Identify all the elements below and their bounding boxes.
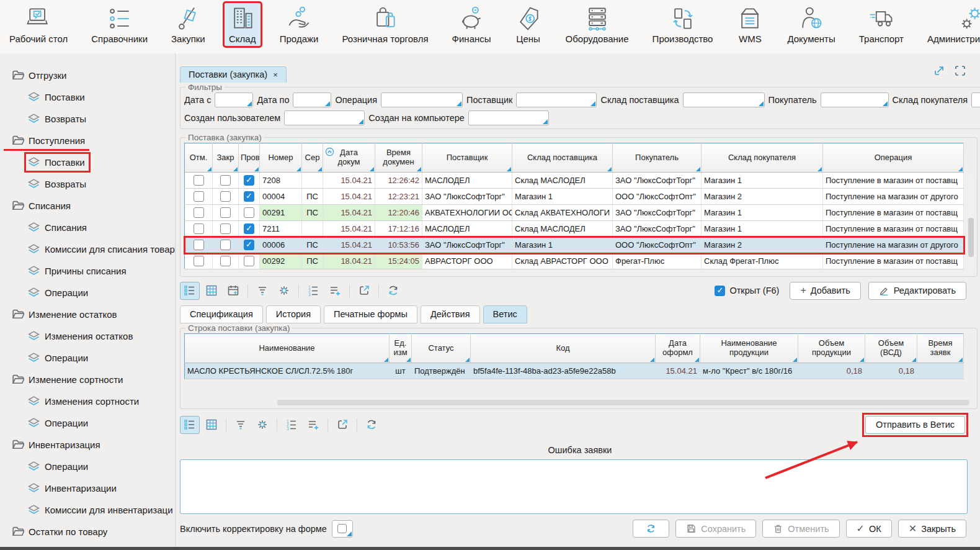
menu-item[interactable]: Цены bbox=[510, 3, 546, 46]
sidebar-item[interactable]: Комиссии для инвентаризаци bbox=[0, 499, 175, 521]
mark-checkbox[interactable] bbox=[194, 256, 204, 266]
column-header[interactable]: Объем (ВСД) bbox=[865, 334, 917, 363]
menu-item[interactable]: Рабочий стол bbox=[5, 3, 72, 46]
menu-item[interactable]: Оборудование bbox=[561, 3, 633, 46]
detail-tab[interactable]: Действия bbox=[421, 305, 480, 323]
column-header[interactable]: Сер bbox=[302, 143, 323, 173]
menu-item[interactable]: Производство bbox=[648, 3, 718, 46]
menu-item[interactable]: Документы bbox=[783, 3, 839, 46]
correction-checkbox[interactable] bbox=[337, 524, 347, 533]
horizontal-scrollbar[interactable] bbox=[277, 400, 969, 405]
sidebar-item[interactable]: Причины списания bbox=[0, 260, 175, 282]
column-header[interactable]: Номер bbox=[260, 143, 302, 173]
open-external-icon[interactable] bbox=[332, 416, 352, 434]
mark-checkbox[interactable] bbox=[194, 223, 204, 234]
fullscreen-icon[interactable] bbox=[954, 65, 966, 77]
column-header[interactable]: Наименование продукции bbox=[700, 334, 798, 363]
menu-item[interactable]: Закупки bbox=[167, 3, 210, 46]
posted-checkbox[interactable] bbox=[244, 191, 254, 202]
column-header[interactable]: Время докумен bbox=[375, 143, 422, 173]
detail-tab[interactable]: История bbox=[266, 305, 321, 323]
mark-checkbox[interactable] bbox=[194, 175, 204, 186]
sidebar-item[interactable]: Инвентаризация bbox=[0, 434, 175, 456]
filter-input[interactable] bbox=[971, 92, 980, 107]
filter-input[interactable] bbox=[293, 92, 331, 107]
column-header[interactable]: Покупатель bbox=[613, 143, 702, 173]
column-header[interactable]: Объем продукции bbox=[798, 334, 865, 363]
refresh-icon[interactable] bbox=[362, 416, 381, 434]
column-header[interactable]: Время заявк bbox=[917, 334, 964, 363]
send-to-vetis-button[interactable]: Отправить в Ветис bbox=[865, 416, 965, 434]
filter-input[interactable] bbox=[683, 92, 765, 107]
column-header[interactable]: Код bbox=[471, 334, 656, 363]
column-header[interactable]: Склад покупателя bbox=[702, 143, 823, 173]
sidebar-item[interactable]: Комиссии для списания товар bbox=[0, 238, 175, 260]
cancel-button[interactable]: Отменить bbox=[762, 520, 839, 538]
closed-checkbox[interactable] bbox=[220, 223, 231, 234]
column-header[interactable]: Ед. изм bbox=[390, 334, 412, 363]
sidebar-item[interactable]: Списания bbox=[0, 217, 175, 238]
detail-tab[interactable]: Спецификация bbox=[180, 305, 263, 323]
posted-checkbox[interactable] bbox=[244, 240, 254, 250]
grid-icon[interactable] bbox=[202, 416, 221, 434]
ok-button[interactable]: ✓ ОК bbox=[846, 520, 892, 538]
edit-button[interactable]: Редактировать bbox=[868, 282, 966, 300]
sidebar-item[interactable]: Поставки bbox=[0, 86, 175, 108]
gear-icon[interactable] bbox=[252, 416, 272, 434]
posted-checkbox[interactable] bbox=[244, 175, 254, 186]
mark-checkbox[interactable] bbox=[194, 191, 204, 202]
error-textarea[interactable] bbox=[180, 459, 968, 514]
column-header[interactable]: Отм. bbox=[185, 143, 213, 173]
close-button[interactable]: ✕ Закрыть bbox=[898, 520, 966, 538]
filter-input[interactable] bbox=[468, 110, 549, 125]
menu-item[interactable]: Справочники bbox=[87, 3, 152, 46]
detail-tab[interactable]: Ветис bbox=[483, 305, 527, 323]
sidebar-item[interactable]: Отгрузки bbox=[0, 65, 175, 86]
numbered-list-icon[interactable] bbox=[282, 416, 301, 434]
add-row-icon[interactable] bbox=[303, 416, 323, 434]
column-header[interactable]: Склад поставщика bbox=[512, 143, 613, 173]
sidebar-item[interactable]: Операции bbox=[0, 347, 175, 369]
supply-row[interactable]: 00004 ПС 15.04.21 12:23:21 ЗАО "ЛюксСофт… bbox=[185, 189, 964, 205]
filter-icon[interactable] bbox=[252, 282, 272, 300]
sidebar-item[interactable]: Возвраты bbox=[0, 108, 175, 130]
calendar-icon[interactable] bbox=[223, 282, 243, 300]
supply-row[interactable]: 00006 ПС 15.04.21 10:53:56 ЗАО "ЛюксСофт… bbox=[185, 237, 964, 253]
numbered-list-icon[interactable] bbox=[303, 282, 323, 300]
sidebar-item[interactable]: Поступления bbox=[0, 130, 175, 151]
list-view-icon[interactable] bbox=[180, 416, 200, 434]
filter-input[interactable] bbox=[821, 92, 889, 107]
filter-input[interactable] bbox=[381, 92, 463, 107]
sidebar-item[interactable]: Операции bbox=[0, 412, 175, 434]
close-icon[interactable]: × bbox=[273, 70, 278, 79]
posted-checkbox[interactable] bbox=[244, 207, 254, 218]
vertical-scrollbar[interactable] bbox=[968, 177, 974, 270]
gear-icon[interactable] bbox=[274, 282, 294, 300]
menu-item[interactable]: WMS bbox=[732, 3, 768, 46]
column-header[interactable]: Пров bbox=[239, 143, 260, 173]
column-header[interactable]: Операция bbox=[823, 143, 964, 173]
posted-checkbox[interactable] bbox=[244, 223, 254, 234]
menu-item[interactable]: Финансы bbox=[448, 3, 496, 46]
sidebar-item[interactable]: Изменение остатков bbox=[0, 304, 175, 325]
supply-line-row[interactable]: МАСЛО КРЕСТЬЯНСКОЕ СЛ/СЛ.72.5% 180г шт П… bbox=[185, 363, 964, 379]
column-header[interactable]: Поставщик bbox=[422, 143, 512, 173]
add-button[interactable]: + Добавить bbox=[790, 282, 860, 300]
open-filter-toggle[interactable]: Открыт (F6) bbox=[715, 286, 779, 296]
column-header[interactable]: Дата оформл bbox=[656, 334, 700, 363]
sidebar-item[interactable]: Изменение сортности bbox=[0, 369, 175, 390]
supply-row[interactable]: 00292 ПС 18.04.21 15:24:05 АВРАСТОРГ ООО… bbox=[185, 253, 964, 269]
sidebar-item[interactable]: Изменения сортности bbox=[0, 390, 175, 412]
menu-item[interactable]: Склад bbox=[225, 3, 261, 46]
menu-item[interactable]: Транспорт bbox=[855, 3, 908, 46]
sidebar-item[interactable]: Изменения остатков bbox=[0, 325, 175, 347]
supply-row[interactable]: 00291 ПС 15.04.21 12:20:46 АКВАТЕХНОЛОГИ… bbox=[185, 205, 964, 221]
menu-item[interactable]: Администрирование bbox=[923, 3, 980, 46]
column-header[interactable]: Дата докум bbox=[323, 143, 375, 173]
sidebar-item[interactable]: Операции bbox=[0, 282, 175, 304]
filter-icon[interactable] bbox=[231, 416, 251, 434]
supply-row[interactable]: 7211 15.04.21 17:12:16 МАСЛОДЕЛ Склад МА… bbox=[185, 221, 964, 237]
list-view-icon[interactable] bbox=[180, 282, 200, 300]
filter-input[interactable] bbox=[215, 92, 253, 107]
closed-checkbox[interactable] bbox=[220, 256, 231, 266]
